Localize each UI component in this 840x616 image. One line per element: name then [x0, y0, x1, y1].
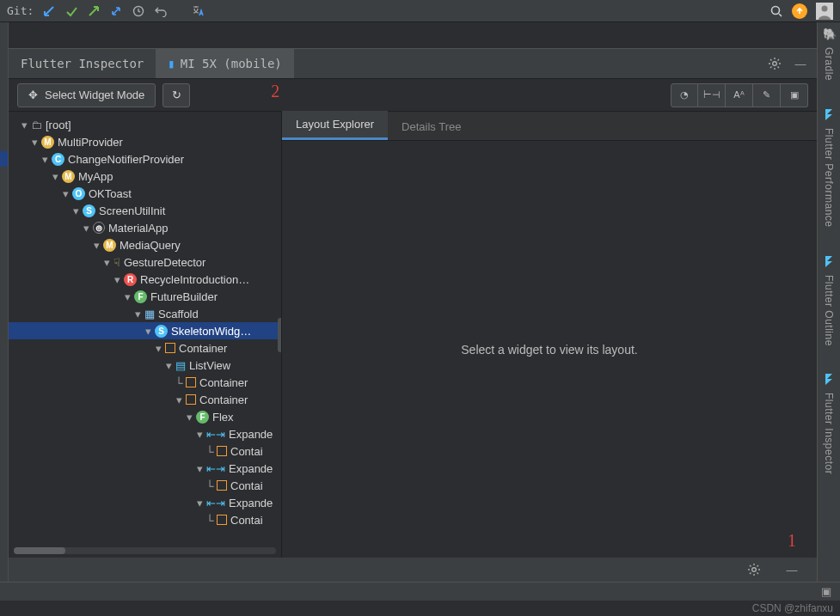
tree-node[interactable]: ▾▤ListView [9, 357, 281, 374]
commit-icon[interactable] [64, 4, 78, 18]
tree-node[interactable]: ▾OOKToast [9, 185, 281, 202]
image-button[interactable]: ▣ [781, 83, 808, 107]
tree-node[interactable]: ▾▦Scaffold [9, 305, 281, 322]
list-icon: ▤ [175, 359, 186, 372]
chevron-down-icon[interactable]: ▾ [132, 308, 143, 320]
tree-node[interactable]: ▾☟GestureDetector [9, 253, 281, 271]
tree-node[interactable]: ▾FFutureBuilder [9, 288, 281, 305]
avatar-icon[interactable] [816, 3, 833, 20]
gear-icon[interactable] [765, 54, 784, 73]
chevron-down-icon[interactable]: ▾ [19, 119, 29, 131]
repaint-button[interactable]: ✎ [753, 83, 781, 107]
chevron-down-icon[interactable]: ▾ [153, 342, 163, 355]
chevron-down-icon[interactable]: ▾ [101, 256, 112, 269]
tree-node[interactable]: └Contai [9, 442, 281, 460]
tree-node[interactable]: ▾CChangeNotifierProvider [9, 150, 281, 168]
baselines-button[interactable]: Aᴬ [726, 83, 753, 107]
container-icon [217, 515, 227, 525]
footer-gear-icon[interactable] [745, 560, 763, 579]
tree-node[interactable]: ▾SSkeletonWidg… [9, 322, 281, 339]
widget-badge-w: ⊚ [93, 222, 105, 234]
widget-tree[interactable]: ▾🗀[root]▾MMultiProvider▾CChangeNotifierP… [9, 112, 281, 546]
status-users-icon[interactable]: ▣ [821, 585, 831, 598]
chevron-down-icon[interactable]: ▾ [81, 222, 91, 235]
rollback-icon[interactable] [154, 4, 168, 18]
chevron-down-icon[interactable]: ▾ [60, 187, 71, 200]
chevron-down-icon[interactable]: ▾ [143, 325, 153, 338]
tree-node-label: [root] [46, 119, 71, 131]
tree-node[interactable]: ▾MMyApp [9, 168, 281, 185]
tree-hscrollbar[interactable] [14, 547, 276, 554]
scaffold-icon: ▦ [144, 308, 155, 320]
tree-node[interactable]: ▾Container [9, 391, 281, 408]
history-icon[interactable] [132, 4, 145, 18]
tree-node[interactable]: ▾⇤⇥Expande [9, 460, 281, 477]
tree-node[interactable]: ▾RRecycleIntroduction… [9, 271, 281, 288]
tree-node[interactable]: ▾⇤⇥Expande [9, 425, 281, 442]
flutter-perf-icon[interactable] [823, 108, 836, 121]
chevron-down-icon[interactable]: ▾ [122, 290, 132, 303]
tree-node-label: MultiProvider [58, 136, 123, 149]
tree-node-label: Expande [229, 497, 273, 509]
chevron-down-icon[interactable]: ▾ [91, 239, 101, 252]
tree-node-label: RecycleIntroduction… [140, 273, 249, 286]
chevron-down-icon[interactable]: ▾ [71, 204, 81, 217]
tree-node[interactable]: ▾FFlex [9, 408, 281, 425]
flutter-outline-icon[interactable] [823, 255, 836, 268]
select-widget-button[interactable]: ✥ Select Widget Mode 2 [17, 83, 156, 107]
translate-icon[interactable] [192, 4, 205, 18]
tree-node[interactable]: ▾MMultiProvider [9, 133, 281, 150]
sidebar-outline[interactable]: Flutter Outline [823, 275, 835, 346]
chevron-down-icon[interactable]: ▾ [50, 170, 60, 183]
chevron-down-icon[interactable]: ▾ [29, 136, 40, 149]
detail-tabs: Layout Explorer Details Tree [282, 112, 817, 141]
tab-flutter-inspector[interactable]: Flutter Inspector [9, 57, 156, 70]
footer-minimize-icon[interactable]: — [782, 560, 801, 579]
select-widget-label: Select Widget Mode [45, 88, 144, 101]
tree-node[interactable]: ▾SScreenUtilInit [9, 202, 281, 219]
slow-anim-button[interactable]: ◔ [671, 83, 698, 107]
inspector-toolbar: ✥ Select Widget Mode 2 ↻ ◔ ⊢⊣ Aᴬ ✎ ▣ [9, 79, 817, 112]
pull-icon[interactable] [42, 4, 56, 18]
widget-badge-s: S [83, 204, 95, 217]
folder-icon: 🗀 [31, 119, 42, 131]
tree-node[interactable]: └Contai [9, 511, 281, 528]
refresh-button[interactable]: ↻ [162, 83, 190, 107]
tree-node[interactable]: └Container [9, 374, 281, 391]
suggestions-icon[interactable] [792, 3, 807, 19]
layout-explorer-body: Select a widget to view its layout. 1 [282, 141, 817, 558]
flutter-inspector-icon[interactable] [823, 373, 836, 386]
gradle-icon[interactable]: 🐘 [823, 27, 836, 40]
tree-leaf-icon: └ [205, 479, 215, 492]
tree-node[interactable]: ▾⇤⇥Expande [9, 494, 281, 511]
tree-node[interactable]: ▾⊚MaterialApp [9, 219, 281, 236]
chevron-down-icon[interactable]: ▾ [40, 153, 50, 166]
search-icon[interactable] [769, 4, 783, 18]
tab-details-tree[interactable]: Details Tree [388, 113, 475, 140]
tree-node[interactable]: └Contai [9, 477, 281, 494]
chevron-down-icon[interactable]: ▾ [174, 393, 184, 406]
push-icon[interactable] [87, 4, 101, 18]
chevron-down-icon[interactable]: ▾ [112, 273, 122, 286]
chevron-down-icon[interactable]: ▾ [194, 428, 205, 441]
chevron-down-icon[interactable]: ▾ [194, 462, 205, 475]
chevron-down-icon[interactable]: ▾ [194, 497, 205, 509]
tree-node-label: Container [199, 393, 248, 406]
guidelines-button[interactable]: ⊢⊣ [698, 83, 726, 107]
sidebar-performance[interactable]: Flutter Performance [823, 128, 835, 228]
chevron-down-icon[interactable]: ▾ [184, 411, 194, 424]
widget-badge-r: R [124, 273, 137, 286]
sidebar-inspector[interactable]: Flutter Inspector [823, 393, 835, 474]
tree-node[interactable]: ▾🗀[root] [9, 116, 281, 133]
minimize-icon[interactable]: — [791, 54, 810, 73]
detail-panel: Layout Explorer Details Tree Select a wi… [282, 112, 817, 558]
tab-layout-explorer[interactable]: Layout Explorer [282, 111, 388, 140]
sidebar-gradle[interactable]: Gradle [823, 47, 835, 81]
tab-device[interactable]: ▮ MI 5X (mobile) [156, 49, 293, 78]
git-label: Git: [7, 4, 34, 17]
chevron-down-icon[interactable]: ▾ [163, 359, 174, 372]
update-icon[interactable] [109, 4, 123, 18]
tree-node[interactable]: ▾MMediaQuery [9, 236, 281, 253]
tree-node-label: Contai [230, 514, 263, 527]
tree-node[interactable]: ▾Container [9, 339, 281, 357]
